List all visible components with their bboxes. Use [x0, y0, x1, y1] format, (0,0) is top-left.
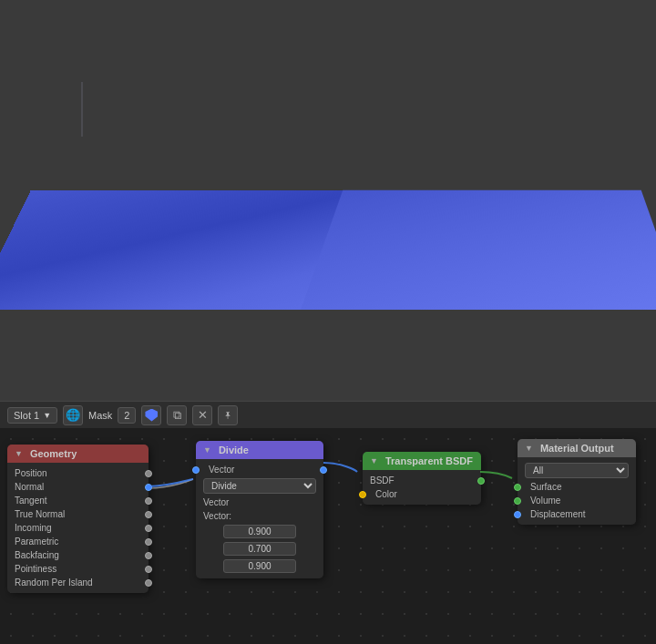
socket-position-out[interactable] [145, 470, 152, 477]
geo-out-true-normal: True Normal [7, 507, 149, 521]
divide-mode-dropdown[interactable]: Divide Add Subtract Multiply [203, 478, 316, 494]
socket-divide-vector-out[interactable] [320, 466, 327, 474]
transparent-in-color: Color [363, 487, 481, 501]
node-material-output[interactable]: ▼ Material Output All Cycles EEVEE Surfa… [518, 439, 636, 525]
viewport-grid [0, 0, 273, 137]
geo-out-incoming: Incoming [7, 521, 149, 535]
divide-x-input[interactable] [223, 525, 296, 538]
socket-true-normal-out[interactable] [145, 511, 152, 518]
material-output-dropdown-row[interactable]: All Cycles EEVEE [518, 461, 636, 480]
node-transparent-header: ▼ Transparent BSDF [363, 452, 481, 470]
geometry-collapse-icon[interactable]: ▼ [15, 449, 23, 458]
geo-out-normal: Normal [7, 480, 149, 494]
divide-vector-colon: Vector: [196, 509, 323, 523]
pin-icon[interactable]: 🖈 [218, 405, 238, 425]
socket-tangent-out[interactable] [145, 497, 152, 505]
divide-dropdown-row[interactable]: Divide Add Subtract Multiply [196, 476, 323, 496]
node-geometry-header: ▼ Geometry [7, 445, 149, 463]
slot-label: Slot 1 [14, 410, 39, 421]
material-in-surface: Surface [518, 480, 636, 494]
divide-z-input[interactable] [223, 559, 296, 573]
material-num-badge: 2 [118, 407, 136, 424]
divide-val-z[interactable] [196, 557, 323, 575]
geo-out-random-per-island: Random Per Island [7, 576, 149, 589]
node-transparent-title: Transparent BSDF [385, 455, 473, 466]
close-icon[interactable]: ✕ [192, 405, 212, 425]
socket-divide-vector-in[interactable] [192, 466, 200, 474]
node-transparent-bsdf[interactable]: ▼ Transparent BSDF BSDF Color [363, 452, 481, 505]
node-divide-header: ▼ Divide [196, 441, 323, 459]
divide-in-vector: Vector [196, 463, 323, 476]
socket-parametric-out[interactable] [145, 538, 152, 546]
transparent-out-bsdf: BSDF [363, 474, 481, 487]
material-in-displacement: Displacement [518, 507, 636, 521]
divide-val-y[interactable] [196, 540, 323, 557]
socket-bsdf-out[interactable] [477, 477, 485, 485]
copy-icon[interactable]: ⧉ [167, 405, 187, 425]
divide-vector-label: Vector [196, 496, 323, 509]
node-material-output-body: All Cycles EEVEE Surface Volume Displace… [518, 457, 636, 525]
chevron-down-icon: ▼ [43, 411, 51, 420]
material-in-volume: Volume [518, 494, 636, 507]
socket-normal-out[interactable] [145, 484, 152, 491]
transparent-collapse-icon[interactable]: ▼ [370, 456, 378, 465]
socket-random-per-island-out[interactable] [145, 579, 152, 587]
material-name-label: Mask [88, 410, 112, 421]
socket-color-in[interactable] [359, 491, 366, 498]
node-divide-body: Vector Divide Add Subtract Multiply Vect… [196, 459, 323, 578]
svg-rect-1 [0, 0, 273, 137]
geo-out-pointiness: Pointiness [7, 562, 149, 576]
divide-collapse-icon[interactable]: ▼ [203, 445, 211, 455]
viewport-3d[interactable] [0, 0, 656, 401]
socket-surface-in[interactable] [514, 484, 521, 491]
divide-val-x[interactable] [196, 523, 323, 540]
material-output-target-dropdown[interactable]: All Cycles EEVEE [525, 463, 629, 478]
socket-incoming-out[interactable] [145, 525, 152, 532]
node-geometry-title: Geometry [30, 448, 77, 459]
node-geometry[interactable]: ▼ Geometry Position Normal Tangent True … [7, 445, 149, 593]
node-transparent-body: BSDF Color [363, 470, 481, 505]
shield-icon[interactable] [141, 405, 161, 425]
node-material-output-title: Material Output [540, 443, 614, 454]
node-editor[interactable]: ▼ Geometry Position Normal Tangent True … [0, 428, 656, 644]
socket-backfacing-out[interactable] [145, 552, 152, 559]
material-sphere-icon[interactable]: 🌐 [63, 405, 83, 425]
geo-out-parametric: Parametric [7, 535, 149, 548]
node-geometry-body: Position Normal Tangent True Normal Inco… [7, 463, 149, 593]
toolbar: Slot 1 ▼ 🌐 Mask 2 ⧉ ✕ 🖈 [0, 401, 656, 428]
socket-displacement-in[interactable] [514, 511, 521, 518]
node-divide[interactable]: ▼ Divide Vector Divide Add Subtract Mult… [196, 441, 323, 578]
socket-volume-in[interactable] [514, 497, 521, 505]
material-output-collapse-icon[interactable]: ▼ [525, 444, 533, 453]
slot-dropdown[interactable]: Slot 1 ▼ [7, 407, 57, 424]
socket-pointiness-out[interactable] [145, 566, 152, 573]
geo-out-tangent: Tangent [7, 494, 149, 507]
divide-y-input[interactable] [223, 542, 296, 556]
geo-out-position: Position [7, 466, 149, 480]
ground-plane-right [301, 190, 656, 310]
geo-out-backfacing: Backfacing [7, 548, 149, 562]
node-divide-title: Divide [219, 445, 249, 455]
node-material-output-header: ▼ Material Output [518, 439, 636, 457]
